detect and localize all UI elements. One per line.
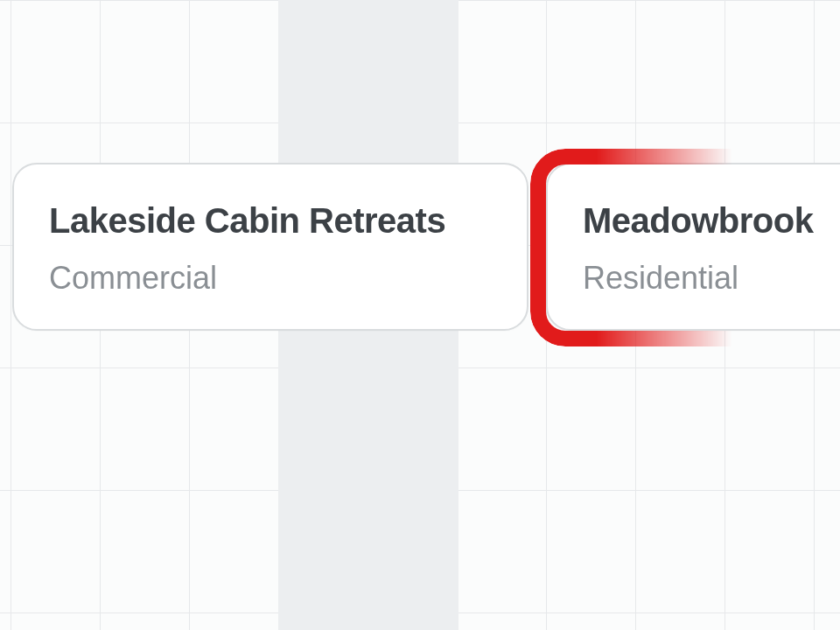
project-card-lakeside[interactable]: Lakeside Cabin Retreats Commercial xyxy=(12,163,528,331)
project-card-category: Residential xyxy=(583,260,840,297)
project-card-title: Meadowbrook xyxy=(583,201,840,241)
project-card-category: Commercial xyxy=(49,260,492,297)
project-card-title: Lakeside Cabin Retreats xyxy=(49,201,492,241)
project-card-meadowbrook[interactable]: Meadowbrook Residential xyxy=(546,163,840,331)
